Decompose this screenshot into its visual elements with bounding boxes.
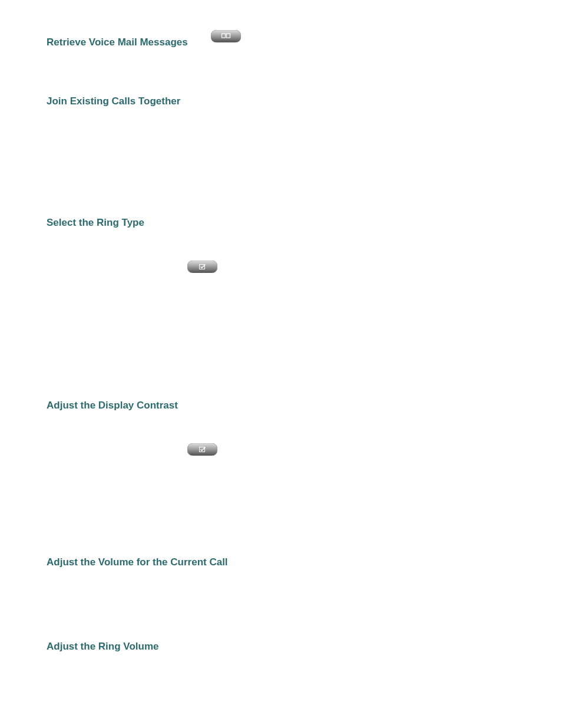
check-icon xyxy=(187,443,217,456)
book-icon xyxy=(211,30,241,42)
heading-select-ring-type: Select the Ring Type xyxy=(47,217,144,229)
heading-adjust-volume-call: Adjust the Volume for the Current Call xyxy=(47,556,228,568)
book-icon-button xyxy=(211,30,241,42)
check-icon-button-2 xyxy=(187,443,217,456)
heading-join-calls: Join Existing Calls Together xyxy=(47,95,180,107)
check-icon xyxy=(187,261,217,273)
heading-adjust-ring-volume: Adjust the Ring Volume xyxy=(47,641,158,653)
heading-retrieve-voicemail: Retrieve Voice Mail Messages xyxy=(47,37,188,48)
heading-adjust-contrast: Adjust the Display Contrast xyxy=(47,400,178,411)
check-icon-button-1 xyxy=(187,261,217,273)
